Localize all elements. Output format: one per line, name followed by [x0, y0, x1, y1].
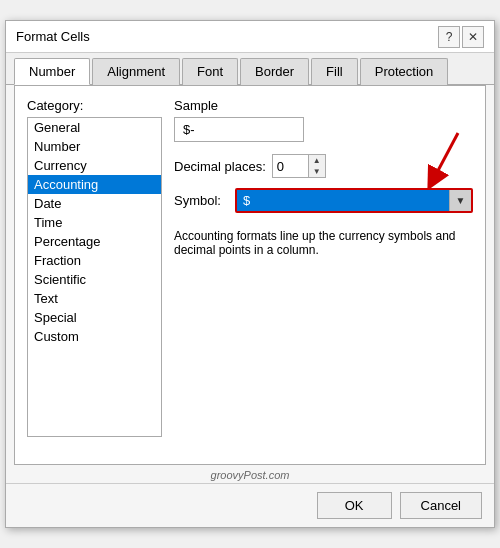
category-item-accounting[interactable]: Accounting	[28, 175, 161, 194]
tab-alignment[interactable]: Alignment	[92, 58, 180, 85]
symbol-select[interactable]: $None$ English (US)£ English (UK)€ Euro¥…	[237, 190, 471, 211]
decimal-down-button[interactable]: ▼	[309, 166, 325, 177]
decimal-input[interactable]	[273, 157, 308, 176]
description-text: Accounting formats line up the currency …	[174, 229, 455, 257]
category-item-general[interactable]: General	[28, 118, 161, 137]
cancel-button[interactable]: Cancel	[400, 492, 482, 519]
category-item-number[interactable]: Number	[28, 137, 161, 156]
category-item-time[interactable]: Time	[28, 213, 161, 232]
category-item-percentage[interactable]: Percentage	[28, 232, 161, 251]
symbol-label: Symbol:	[174, 193, 229, 208]
tab-number[interactable]: Number	[14, 58, 90, 85]
tab-protection[interactable]: Protection	[360, 58, 449, 85]
help-button[interactable]: ?	[438, 26, 460, 48]
ok-button[interactable]: OK	[317, 492, 392, 519]
category-item-fraction[interactable]: Fraction	[28, 251, 161, 270]
footer: OK Cancel	[6, 483, 494, 527]
title-bar: Format Cells ? ✕	[6, 21, 494, 53]
watermark: groovyPost.com	[6, 465, 494, 483]
decimal-input-wrapper: ▲ ▼	[272, 154, 326, 178]
close-button[interactable]: ✕	[462, 26, 484, 48]
dialog-title: Format Cells	[16, 29, 90, 44]
category-list[interactable]: GeneralNumberCurrencyAccountingDateTimeP…	[27, 117, 162, 437]
category-item-special[interactable]: Special	[28, 308, 161, 327]
tab-border[interactable]: Border	[240, 58, 309, 85]
category-item-text[interactable]: Text	[28, 289, 161, 308]
title-bar-buttons: ? ✕	[438, 26, 484, 48]
description-area: Accounting formats line up the currency …	[174, 223, 473, 263]
sample-section: Sample $-	[174, 98, 473, 142]
tab-bar: NumberAlignmentFontBorderFillProtection	[6, 53, 494, 85]
decimal-row: Decimal places: ▲ ▼	[174, 154, 473, 178]
decimal-up-button[interactable]: ▲	[309, 155, 325, 166]
category-item-scientific[interactable]: Scientific	[28, 270, 161, 289]
sample-label: Sample	[174, 98, 473, 113]
tab-font[interactable]: Font	[182, 58, 238, 85]
decimal-label: Decimal places:	[174, 159, 266, 174]
symbol-row: Symbol: $None$ English (US)£ English (UK…	[174, 188, 473, 213]
format-cells-dialog: Format Cells ? ✕ NumberAlignmentFontBord…	[5, 20, 495, 528]
sample-value: $-	[174, 117, 304, 142]
spin-buttons: ▲ ▼	[308, 155, 325, 177]
right-panel: Sample $- Decimal places: ▲ ▼	[174, 98, 473, 437]
symbol-select-wrapper: $None$ English (US)£ English (UK)€ Euro¥…	[235, 188, 473, 213]
category-section: Category: GeneralNumberCurrencyAccountin…	[27, 98, 162, 437]
main-content: Category: GeneralNumberCurrencyAccountin…	[14, 85, 486, 465]
category-item-date[interactable]: Date	[28, 194, 161, 213]
category-item-custom[interactable]: Custom	[28, 327, 161, 346]
category-item-currency[interactable]: Currency	[28, 156, 161, 175]
category-label: Category:	[27, 98, 162, 113]
tab-fill[interactable]: Fill	[311, 58, 358, 85]
content-inner: Category: GeneralNumberCurrencyAccountin…	[27, 98, 473, 437]
